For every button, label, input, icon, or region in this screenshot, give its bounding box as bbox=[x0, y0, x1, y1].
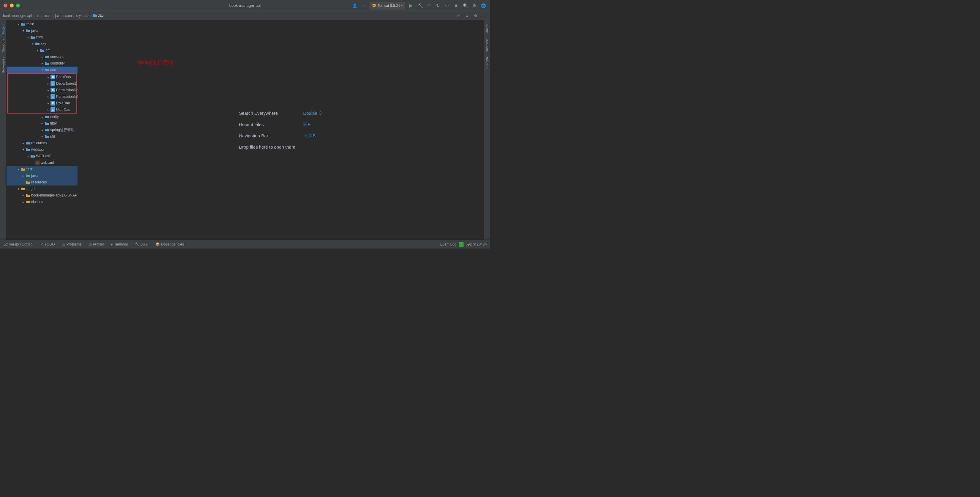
tree-item-xzy[interactable]: xzy bbox=[6, 40, 78, 47]
back-icon[interactable]: ← bbox=[360, 2, 367, 9]
search-everywhere-row: Search Everywhere Double ⇧ bbox=[239, 111, 322, 116]
tree-item-controller[interactable]: controller bbox=[6, 60, 78, 67]
breadcrumb-src[interactable]: src bbox=[35, 14, 40, 18]
left-sidebar-tabs: Project Structure Bookmarks bbox=[0, 20, 6, 240]
sidebar-tab-codota[interactable]: Codota bbox=[484, 55, 490, 70]
tree-arrow-main bbox=[16, 22, 21, 27]
tree-item-webxml[interactable]: </> web.xml bbox=[6, 159, 78, 166]
tree-item-test-java[interactable]: java bbox=[6, 172, 78, 179]
stop-button[interactable]: ■ bbox=[453, 2, 460, 9]
folder-icon-breadcrumb bbox=[93, 14, 97, 17]
close-panel-icon[interactable]: — bbox=[480, 13, 487, 19]
folder-icon-classes bbox=[25, 199, 30, 204]
close-button[interactable] bbox=[3, 3, 8, 8]
maximize-button[interactable] bbox=[16, 3, 20, 8]
title-bar: book-manager-api 👤 ← 🐱 Tomcat 8.5.24 ▾ ▶… bbox=[0, 0, 490, 11]
tree-item-permissioninfodao[interactable]: C PermissionInfoDao bbox=[8, 93, 76, 100]
navigation-bar-label: Navigation Bar bbox=[239, 133, 298, 138]
project-panel: main java com bbox=[6, 20, 78, 240]
tree-item-webinf[interactable]: WEB-INF bbox=[6, 153, 78, 159]
main-layout: Project Structure Bookmarks main java bbox=[0, 20, 490, 240]
tree-item-dao[interactable]: dao bbox=[6, 67, 78, 73]
play-button[interactable]: ▶ bbox=[407, 2, 415, 9]
tree-item-departmentdao[interactable]: C DepartmentDao bbox=[8, 80, 76, 87]
memory-label[interactable]: 592 of 2048M bbox=[466, 242, 488, 247]
tree-item-main[interactable]: main bbox=[6, 21, 78, 27]
bottom-tab-problems[interactable]: ⚠ Problems bbox=[61, 242, 83, 247]
tree-item-webapp[interactable]: webapp bbox=[6, 146, 78, 153]
user-icon[interactable]: 👤 bbox=[352, 2, 358, 9]
tree-item-util[interactable]: util bbox=[6, 133, 78, 140]
tree-label-userdao: UserDao bbox=[56, 108, 75, 112]
folder-icon-test-resources bbox=[25, 180, 30, 185]
breadcrumb-bm[interactable]: bm bbox=[84, 14, 89, 18]
tree-item-classes[interactable]: classes bbox=[6, 199, 78, 205]
sidebar-tab-database[interactable]: Database bbox=[484, 36, 490, 55]
tree-label-service: spring进行管理 bbox=[50, 127, 76, 132]
settings-icon[interactable]: ⚙ bbox=[471, 2, 477, 9]
folder-icon-webinf bbox=[30, 154, 35, 158]
tree-item-filter[interactable]: filter bbox=[6, 120, 78, 127]
tree-label-test-java: java bbox=[31, 174, 76, 178]
build-icon[interactable]: 🔨 bbox=[417, 2, 423, 9]
tree-item-target[interactable]: target bbox=[6, 185, 78, 192]
coverage-icon[interactable]: ⊙ bbox=[426, 2, 432, 9]
tree-item-resources[interactable]: resources bbox=[6, 140, 78, 146]
bottom-tab-build[interactable]: 🔨 Build bbox=[134, 242, 150, 247]
folder-icon-webapp bbox=[25, 147, 30, 152]
folder-icon-java bbox=[25, 28, 30, 33]
svg-text:</>: </> bbox=[36, 162, 40, 164]
more-icon[interactable]: ⋯ bbox=[444, 2, 450, 9]
breadcrumb-main[interactable]: main bbox=[44, 14, 51, 18]
folder-icon-entity bbox=[45, 115, 49, 119]
minimize-button[interactable] bbox=[10, 3, 14, 8]
event-log-label[interactable]: Event Log bbox=[441, 242, 457, 247]
right-sidebar-tabs: Maven Database Codota bbox=[484, 20, 490, 240]
dependencies-icon: 📦 bbox=[156, 242, 160, 247]
tree-item-service[interactable]: spring进行管理 bbox=[6, 127, 78, 133]
sidebar-tab-structure[interactable]: Structure bbox=[1, 36, 6, 54]
bottom-tab-dependencies[interactable]: 📦 Dependencies bbox=[154, 242, 185, 247]
notifications-icon[interactable]: 🌐 bbox=[480, 2, 487, 9]
version-control-label: Version Control bbox=[9, 242, 33, 247]
breadcrumb-xzy[interactable]: xzy bbox=[75, 14, 81, 18]
tree-item-userdao[interactable]: C UserDao bbox=[8, 107, 76, 113]
sidebar-tab-maven[interactable]: Maven bbox=[484, 21, 490, 36]
breadcrumb-com[interactable]: com bbox=[65, 14, 72, 18]
tree-label-permissiondao: PermissionDao bbox=[56, 88, 78, 92]
problems-label: Problems bbox=[67, 242, 82, 247]
tree-item-bookdao[interactable]: C BookDao bbox=[8, 74, 76, 80]
tree-item-bm[interactable]: bm bbox=[6, 47, 78, 54]
collapse-all-icon[interactable]: ⊞ bbox=[455, 13, 462, 19]
folder-icon-resources bbox=[25, 140, 30, 145]
bottom-tab-todo[interactable]: ✓ TODO bbox=[39, 242, 56, 247]
breadcrumb-java[interactable]: java bbox=[55, 14, 62, 18]
reload-icon[interactable]: ↻ bbox=[435, 2, 441, 9]
bottom-tab-version-control[interactable]: ⎇ Version Control bbox=[2, 242, 35, 247]
tree-item-snapshot[interactable]: book-manager-api-1.0-SNAPSHOT bbox=[6, 192, 78, 199]
folder-icon-main bbox=[21, 22, 25, 27]
tree-item-com[interactable]: com bbox=[6, 34, 78, 40]
tree-item-test[interactable]: test bbox=[6, 166, 78, 172]
sidebar-tab-project[interactable]: Project bbox=[1, 21, 6, 36]
sidebar-tab-bookmarks[interactable]: Bookmarks bbox=[1, 54, 6, 75]
tree-item-constant[interactable]: constant bbox=[6, 54, 78, 60]
breadcrumb-dao[interactable]: dao bbox=[93, 13, 104, 18]
run-config[interactable]: 🐱 Tomcat 8.5.24 ▾ bbox=[369, 2, 405, 10]
breadcrumb-project[interactable]: book-manager-api bbox=[3, 14, 32, 18]
tree-arrow-filter bbox=[40, 121, 45, 126]
tree-label-controller: controller bbox=[50, 61, 76, 65]
tree-item-java[interactable]: java bbox=[6, 27, 78, 34]
settings-tree-icon[interactable]: ⚙ bbox=[472, 13, 479, 19]
tree-item-permissiondao[interactable]: C PermissionDao bbox=[8, 87, 76, 93]
tree-item-test-resources[interactable]: resources bbox=[6, 179, 78, 185]
search-icon[interactable]: 🔍 bbox=[462, 2, 469, 9]
version-control-icon: ⎇ bbox=[3, 242, 8, 247]
tree-item-roledao[interactable]: C RoleDao bbox=[8, 100, 76, 107]
bottom-tab-profiler[interactable]: ◷ Profiler bbox=[88, 242, 105, 247]
todo-label: TODO bbox=[45, 242, 55, 247]
bottom-tab-terminal[interactable]: ▸ Terminal bbox=[110, 242, 129, 247]
tree-arrow-snapshot bbox=[21, 193, 25, 198]
sort-icon[interactable]: ≡ bbox=[464, 13, 470, 19]
tree-item-entity[interactable]: entity bbox=[6, 113, 78, 120]
